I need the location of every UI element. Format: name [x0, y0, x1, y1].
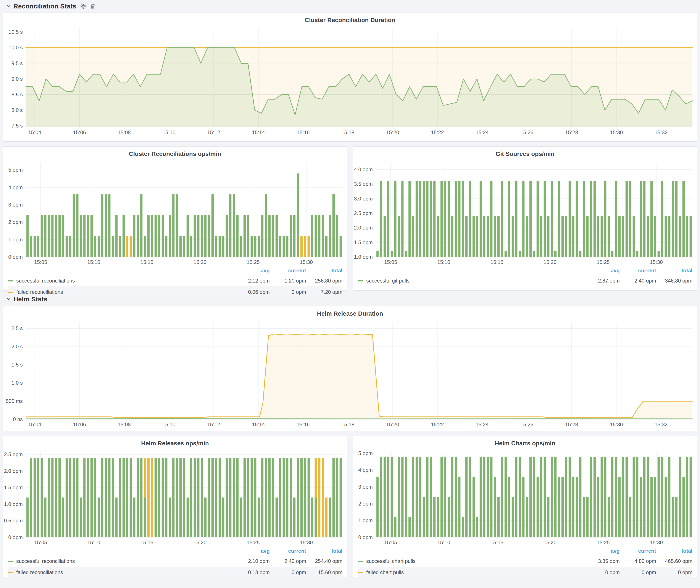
svg-text:15:16: 15:16: [297, 422, 310, 427]
panel-helm-charts-opm: Helm Charts ops/min 0 opm1 opm2 opm3 opm…: [353, 436, 697, 577]
svg-text:15:28: 15:28: [565, 422, 578, 427]
legend-series[interactable]: successful git pulls: [358, 278, 583, 284]
svg-text:500 ms: 500 ms: [6, 398, 23, 404]
svg-text:15:08: 15:08: [118, 422, 131, 427]
panel-git-sources-opm: Git Sources ops/min 1.0 opm1.5 opm2.0 op…: [353, 146, 697, 291]
legend-series-label[interactable]: successful git pulls: [366, 278, 410, 284]
svg-text:15:16: 15:16: [297, 129, 310, 135]
svg-text:2 opm: 2 opm: [8, 219, 23, 225]
svg-text:15:22: 15:22: [431, 129, 444, 135]
legend-col-avg[interactable]: avg: [583, 268, 620, 274]
legend-avg-value: 2.12 opm: [233, 278, 270, 284]
gear-icon[interactable]: [80, 3, 86, 10]
chevron-down-icon[interactable]: [6, 4, 11, 8]
legend-col-total[interactable]: total: [656, 268, 692, 274]
legend-series[interactable]: successful reconciliations: [8, 278, 233, 284]
legend-row-successful-git-pulls: successful git pulls 2.87 opm 2.40 opm 3…: [358, 275, 692, 286]
legend-series-label[interactable]: failed reconciliations: [16, 569, 63, 575]
legend-avg-value: 3.85 opm: [583, 558, 620, 564]
legend-row-successful-reconciliations: successful reconciliations 2.12 opm 1.20…: [8, 275, 342, 286]
svg-text:10.5 s: 10.5 s: [9, 29, 23, 35]
helm-charts-chart[interactable]: 0 opm1 opm2 opm3 opm4 opm5 opm15:0515:10…: [353, 449, 697, 546]
cluster-reconciliations-chart[interactable]: 0 opm1 opm2 opm3 opm4 opm5 opm15:0515:10…: [3, 160, 347, 266]
legend-col-total[interactable]: total: [656, 548, 692, 554]
row-header-reconciliation-stats[interactable]: Reconciliation Stats: [3, 0, 697, 13]
legend-current-value: 4.80 opm: [620, 558, 656, 564]
legend-col-current[interactable]: current: [270, 268, 306, 274]
trash-icon[interactable]: [90, 3, 96, 9]
svg-text:15:25: 15:25: [597, 540, 610, 545]
panel-helm-release-duration: Helm Release Duration 0 ns500 ms1.0 s1.5…: [3, 306, 697, 431]
legend-total-value: 346.80 opm: [656, 278, 692, 284]
legend-series-label[interactable]: successful reconciliations: [16, 558, 75, 564]
legend-series-label[interactable]: failed reconciliations: [16, 289, 63, 295]
legend-header: avg current total: [358, 266, 692, 275]
legend-total-value: 465.60 opm: [656, 558, 692, 564]
svg-text:15:15: 15:15: [490, 259, 503, 265]
legend-col-current[interactable]: current: [620, 268, 656, 274]
legend-total-value: 7.20 opm: [306, 289, 342, 295]
svg-text:15:15: 15:15: [140, 540, 153, 545]
svg-text:1.0 opm: 1.0 opm: [354, 254, 373, 260]
legend-series-label[interactable]: failed chart pulls: [366, 569, 404, 575]
svg-text:3 opm: 3 opm: [358, 484, 373, 490]
legend-col-current[interactable]: current: [620, 548, 656, 554]
legend-row-failed-chart-pulls: failed chart pulls 0 opm 0 opm 0 opm: [358, 567, 692, 578]
panel-title[interactable]: Helm Charts ops/min: [353, 436, 697, 449]
svg-text:15:30: 15:30: [300, 259, 313, 265]
svg-text:15:10: 15:10: [437, 540, 450, 545]
svg-text:15:04: 15:04: [28, 422, 41, 427]
panel-title[interactable]: Cluster Reconciliations ops/min: [3, 147, 347, 160]
panel-title[interactable]: Helm Releases ops/min: [3, 436, 347, 449]
svg-text:15:06: 15:06: [73, 129, 86, 135]
helm-release-duration-chart[interactable]: 0 ns500 ms1.0 s1.5 s2.0 s2.5 s15:0415:06…: [3, 320, 697, 428]
legend-col-avg[interactable]: avg: [583, 548, 620, 554]
git-sources-chart[interactable]: 1.0 opm1.5 opm2.0 opm2.5 opm3.0 opm3.5 o…: [353, 160, 697, 266]
legend-series-label[interactable]: successful chart pulls: [366, 558, 416, 564]
svg-text:15:30: 15:30: [650, 540, 663, 545]
legend-series[interactable]: failed chart pulls: [358, 569, 583, 575]
svg-text:15:26: 15:26: [520, 422, 533, 427]
row-title[interactable]: Reconciliation Stats: [13, 3, 76, 10]
svg-text:15:20: 15:20: [544, 259, 556, 265]
legend-current-value: 2.40 opm: [620, 278, 656, 284]
legend-series-label[interactable]: successful reconciliations: [16, 278, 75, 284]
legend-col-avg[interactable]: avg: [233, 268, 270, 274]
helm-releases-chart[interactable]: 0 opm0.5 opm1.0 opm1.5 opm2.0 opm2.5 opm…: [3, 449, 347, 546]
svg-text:15:30: 15:30: [610, 422, 623, 427]
svg-text:15:20: 15:20: [386, 129, 399, 135]
legend-series[interactable]: successful reconciliations: [8, 558, 233, 564]
svg-text:15:12: 15:12: [207, 422, 220, 427]
panel-title[interactable]: Helm Release Duration: [3, 306, 697, 320]
series-color-swatch: [358, 561, 363, 562]
legend-col-avg[interactable]: avg: [233, 548, 270, 554]
svg-text:0.5 opm: 0.5 opm: [4, 518, 23, 523]
series-color-swatch: [8, 572, 13, 573]
legend-series[interactable]: failed reconciliations: [8, 569, 233, 575]
legend-row-successful-reconciliations: successful reconciliations 2.10 opm 2.40…: [8, 556, 342, 567]
svg-text:15:15: 15:15: [140, 259, 153, 265]
legend-col-total[interactable]: total: [306, 268, 342, 274]
svg-text:15:24: 15:24: [476, 129, 489, 135]
chevron-down-icon[interactable]: [6, 297, 11, 301]
legend-total-value: 254.40 opm: [306, 558, 342, 564]
legend-col-total[interactable]: total: [306, 548, 342, 554]
legend-series[interactable]: successful chart pulls: [358, 558, 583, 564]
legend-header: avg current total: [358, 546, 692, 556]
svg-text:1 opm: 1 opm: [358, 517, 373, 523]
svg-text:15:20: 15:20: [194, 540, 206, 545]
svg-text:15:10: 15:10: [162, 422, 175, 427]
legend-col-current[interactable]: current: [270, 548, 306, 554]
panel-helm-releases-opm: Helm Releases ops/min 0 opm0.5 opm1.0 op…: [3, 436, 347, 577]
svg-text:1.5 opm: 1.5 opm: [4, 485, 23, 490]
svg-text:3.5 opm: 3.5 opm: [354, 181, 373, 187]
legend-series[interactable]: failed reconciliations: [8, 289, 233, 295]
svg-text:1.5 s: 1.5 s: [11, 362, 23, 368]
row-title[interactable]: Helm Stats: [13, 296, 47, 303]
legend-row-failed-reconciliations: failed reconciliations 0.13 opm 0 opm 15…: [8, 567, 342, 578]
svg-text:15:05: 15:05: [384, 540, 397, 545]
svg-text:15:22: 15:22: [431, 422, 444, 427]
cluster-reconciliation-duration-chart[interactable]: 7.5 s8.0 s8.5 s9.0 s9.5 s10.0 s10.5 s15:…: [3, 27, 697, 136]
panel-title[interactable]: Git Sources ops/min: [353, 147, 697, 160]
panel-title[interactable]: Cluster Reconciliation Duration: [3, 13, 697, 27]
